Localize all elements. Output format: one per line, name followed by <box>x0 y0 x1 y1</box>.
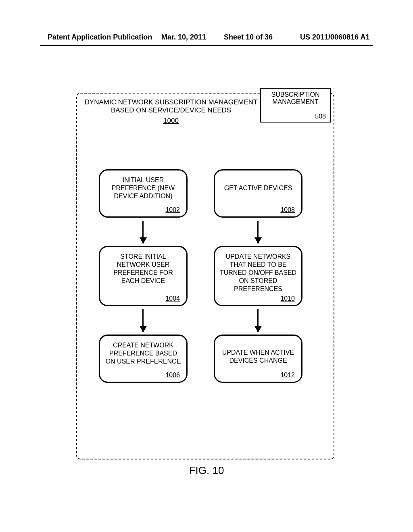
subscription-management-label: SUBSCRIPTION MANAGEMENT <box>271 91 319 105</box>
arrow-1002-to-1004 <box>142 221 144 243</box>
box-text: UPDATE NETWORKS THAT NEED TO BE TURNED O… <box>220 253 296 292</box>
diagram-title: DYNAMIC NETWORK SUBSCRIPTION MANAGEMENT … <box>85 98 258 114</box>
box-store-initial-pref: STORE INITIAL NETWORK USER PREFERENCE FO… <box>99 246 188 306</box>
box-text: STORE INITIAL NETWORK USER PREFERENCE FO… <box>113 253 173 284</box>
box-ref: 1002 <box>165 206 180 214</box>
arrow-1004-to-1006 <box>142 309 144 332</box>
box-text: CREATE NETWORK PREFERENCE BASED ON USER … <box>106 342 181 365</box>
box-text: INITIAL USER PREFERENCE (NEW DEVICE ADDI… <box>112 177 175 200</box>
box-text: GET ACTIVE DEVICES <box>224 185 292 191</box>
box-ref: 1010 <box>280 295 295 303</box>
box-text: UPDATE WHEN ACTIVE DEVICES CHANGE <box>222 349 294 364</box>
box-get-active-devices: GET ACTIVE DEVICES 1008 <box>214 169 302 218</box>
figure-label: FIG. 10 <box>0 464 413 477</box>
arrow-1008-to-1010 <box>257 221 259 243</box>
diagram-title-box: DYNAMIC NETWORK SUBSCRIPTION MANAGEMENT … <box>82 96 260 131</box>
box-ref: 1008 <box>280 206 295 214</box>
publication-number: US 2011/0060816 A1 <box>300 33 369 42</box>
arrow-1010-to-1012 <box>257 309 259 332</box>
patent-page: Patent Application Publication Mar. 10, … <box>0 0 413 532</box>
publication-date: Mar. 10, 2011 <box>161 33 206 42</box>
subscription-management-ref: 508 <box>315 113 326 120</box>
box-create-network-pref: CREATE NETWORK PREFERENCE BASED ON USER … <box>99 335 188 383</box>
box-ref: 1004 <box>165 295 180 303</box>
publication-type: Patent Application Publication <box>48 33 152 42</box>
box-ref: 1006 <box>165 371 180 379</box>
diagram-title-ref: 1000 <box>82 117 260 125</box>
box-initial-user-pref: INITIAL USER PREFERENCE (NEW DEVICE ADDI… <box>99 169 188 218</box>
header-rule <box>40 45 373 46</box>
box-ref: 1012 <box>280 371 295 379</box>
subscription-management-box: SUBSCRIPTION MANAGEMENT 508 <box>260 88 331 123</box>
sheet-number: Sheet 10 of 36 <box>224 33 273 42</box>
box-update-networks: UPDATE NETWORKS THAT NEED TO BE TURNED O… <box>214 246 302 306</box>
box-update-when-change: UPDATE WHEN ACTIVE DEVICES CHANGE 1012 <box>214 335 302 383</box>
